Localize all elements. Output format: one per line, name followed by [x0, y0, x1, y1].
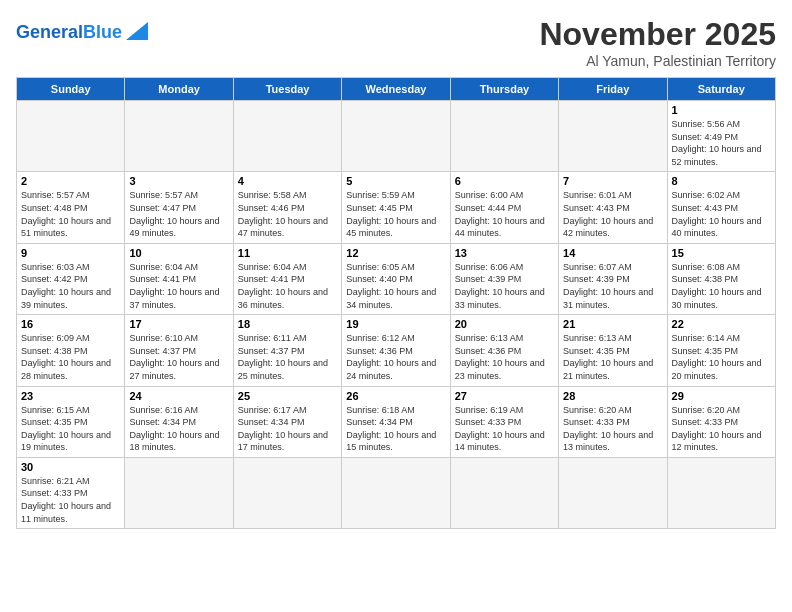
weekday-header-row: SundayMondayTuesdayWednesdayThursdayFrid… — [17, 78, 776, 101]
calendar-cell — [125, 101, 233, 172]
calendar-cell: 2Sunrise: 5:57 AM Sunset: 4:48 PM Daylig… — [17, 172, 125, 243]
weekday-header: Monday — [125, 78, 233, 101]
day-number: 20 — [455, 318, 554, 330]
calendar-cell — [342, 457, 450, 528]
day-info: Sunrise: 6:19 AM Sunset: 4:33 PM Dayligh… — [455, 404, 554, 454]
weekday-header: Sunday — [17, 78, 125, 101]
logo-blue: Blue — [83, 22, 122, 42]
day-number: 16 — [21, 318, 120, 330]
weekday-header: Friday — [559, 78, 667, 101]
day-info: Sunrise: 6:13 AM Sunset: 4:36 PM Dayligh… — [455, 332, 554, 382]
day-info: Sunrise: 6:04 AM Sunset: 4:41 PM Dayligh… — [129, 261, 228, 311]
calendar-cell: 26Sunrise: 6:18 AM Sunset: 4:34 PM Dayli… — [342, 386, 450, 457]
day-info: Sunrise: 6:17 AM Sunset: 4:34 PM Dayligh… — [238, 404, 337, 454]
weekday-header: Thursday — [450, 78, 558, 101]
day-info: Sunrise: 6:09 AM Sunset: 4:38 PM Dayligh… — [21, 332, 120, 382]
calendar-cell: 29Sunrise: 6:20 AM Sunset: 4:33 PM Dayli… — [667, 386, 775, 457]
day-info: Sunrise: 6:13 AM Sunset: 4:35 PM Dayligh… — [563, 332, 662, 382]
day-info: Sunrise: 6:16 AM Sunset: 4:34 PM Dayligh… — [129, 404, 228, 454]
day-number: 3 — [129, 175, 228, 187]
calendar-row: 1Sunrise: 5:56 AM Sunset: 4:49 PM Daylig… — [17, 101, 776, 172]
day-info: Sunrise: 6:18 AM Sunset: 4:34 PM Dayligh… — [346, 404, 445, 454]
calendar-table: SundayMondayTuesdayWednesdayThursdayFrid… — [16, 77, 776, 529]
day-info: Sunrise: 5:59 AM Sunset: 4:45 PM Dayligh… — [346, 189, 445, 239]
calendar-cell — [125, 457, 233, 528]
day-number: 18 — [238, 318, 337, 330]
day-number: 25 — [238, 390, 337, 402]
day-number: 2 — [21, 175, 120, 187]
logo-general: General — [16, 22, 83, 42]
day-number: 23 — [21, 390, 120, 402]
day-number: 6 — [455, 175, 554, 187]
calendar-cell: 8Sunrise: 6:02 AM Sunset: 4:43 PM Daylig… — [667, 172, 775, 243]
day-info: Sunrise: 6:12 AM Sunset: 4:36 PM Dayligh… — [346, 332, 445, 382]
calendar-row: 23Sunrise: 6:15 AM Sunset: 4:35 PM Dayli… — [17, 386, 776, 457]
day-number: 15 — [672, 247, 771, 259]
calendar-cell: 12Sunrise: 6:05 AM Sunset: 4:40 PM Dayli… — [342, 243, 450, 314]
day-number: 10 — [129, 247, 228, 259]
day-info: Sunrise: 5:58 AM Sunset: 4:46 PM Dayligh… — [238, 189, 337, 239]
day-number: 14 — [563, 247, 662, 259]
day-info: Sunrise: 6:06 AM Sunset: 4:39 PM Dayligh… — [455, 261, 554, 311]
day-info: Sunrise: 6:10 AM Sunset: 4:37 PM Dayligh… — [129, 332, 228, 382]
day-info: Sunrise: 6:21 AM Sunset: 4:33 PM Dayligh… — [21, 475, 120, 525]
day-info: Sunrise: 6:08 AM Sunset: 4:38 PM Dayligh… — [672, 261, 771, 311]
location-subtitle: Al Yamun, Palestinian Territory — [539, 53, 776, 69]
day-number: 27 — [455, 390, 554, 402]
calendar-cell — [559, 101, 667, 172]
calendar-cell: 27Sunrise: 6:19 AM Sunset: 4:33 PM Dayli… — [450, 386, 558, 457]
calendar-cell: 19Sunrise: 6:12 AM Sunset: 4:36 PM Dayli… — [342, 315, 450, 386]
calendar-cell: 17Sunrise: 6:10 AM Sunset: 4:37 PM Dayli… — [125, 315, 233, 386]
day-number: 19 — [346, 318, 445, 330]
calendar-row: 2Sunrise: 5:57 AM Sunset: 4:48 PM Daylig… — [17, 172, 776, 243]
day-number: 28 — [563, 390, 662, 402]
logo-text: GeneralBlue — [16, 23, 122, 41]
title-block: November 2025 Al Yamun, Palestinian Terr… — [539, 16, 776, 69]
day-number: 5 — [346, 175, 445, 187]
calendar-cell: 3Sunrise: 5:57 AM Sunset: 4:47 PM Daylig… — [125, 172, 233, 243]
calendar-cell: 5Sunrise: 5:59 AM Sunset: 4:45 PM Daylig… — [342, 172, 450, 243]
calendar-cell: 9Sunrise: 6:03 AM Sunset: 4:42 PM Daylig… — [17, 243, 125, 314]
day-info: Sunrise: 6:07 AM Sunset: 4:39 PM Dayligh… — [563, 261, 662, 311]
day-info: Sunrise: 5:57 AM Sunset: 4:47 PM Dayligh… — [129, 189, 228, 239]
calendar-cell — [559, 457, 667, 528]
day-info: Sunrise: 6:11 AM Sunset: 4:37 PM Dayligh… — [238, 332, 337, 382]
calendar-cell: 20Sunrise: 6:13 AM Sunset: 4:36 PM Dayli… — [450, 315, 558, 386]
calendar-cell: 25Sunrise: 6:17 AM Sunset: 4:34 PM Dayli… — [233, 386, 341, 457]
calendar-cell: 1Sunrise: 5:56 AM Sunset: 4:49 PM Daylig… — [667, 101, 775, 172]
calendar-cell: 22Sunrise: 6:14 AM Sunset: 4:35 PM Dayli… — [667, 315, 775, 386]
day-number: 11 — [238, 247, 337, 259]
day-number: 8 — [672, 175, 771, 187]
day-info: Sunrise: 6:03 AM Sunset: 4:42 PM Dayligh… — [21, 261, 120, 311]
calendar-cell: 24Sunrise: 6:16 AM Sunset: 4:34 PM Dayli… — [125, 386, 233, 457]
calendar-row: 9Sunrise: 6:03 AM Sunset: 4:42 PM Daylig… — [17, 243, 776, 314]
calendar-cell: 7Sunrise: 6:01 AM Sunset: 4:43 PM Daylig… — [559, 172, 667, 243]
calendar-cell — [450, 101, 558, 172]
weekday-header: Saturday — [667, 78, 775, 101]
day-number: 30 — [21, 461, 120, 473]
day-number: 4 — [238, 175, 337, 187]
month-title: November 2025 — [539, 16, 776, 53]
day-number: 24 — [129, 390, 228, 402]
day-number: 9 — [21, 247, 120, 259]
logo: GeneralBlue — [16, 20, 148, 44]
day-number: 1 — [672, 104, 771, 116]
calendar-cell: 11Sunrise: 6:04 AM Sunset: 4:41 PM Dayli… — [233, 243, 341, 314]
day-info: Sunrise: 6:00 AM Sunset: 4:44 PM Dayligh… — [455, 189, 554, 239]
day-number: 26 — [346, 390, 445, 402]
calendar-cell — [450, 457, 558, 528]
calendar-row: 30Sunrise: 6:21 AM Sunset: 4:33 PM Dayli… — [17, 457, 776, 528]
day-number: 12 — [346, 247, 445, 259]
day-info: Sunrise: 5:57 AM Sunset: 4:48 PM Dayligh… — [21, 189, 120, 239]
calendar-cell — [233, 457, 341, 528]
calendar-cell: 16Sunrise: 6:09 AM Sunset: 4:38 PM Dayli… — [17, 315, 125, 386]
calendar-cell: 21Sunrise: 6:13 AM Sunset: 4:35 PM Dayli… — [559, 315, 667, 386]
day-number: 21 — [563, 318, 662, 330]
day-number: 13 — [455, 247, 554, 259]
day-info: Sunrise: 6:14 AM Sunset: 4:35 PM Dayligh… — [672, 332, 771, 382]
calendar-cell: 23Sunrise: 6:15 AM Sunset: 4:35 PM Dayli… — [17, 386, 125, 457]
calendar-cell: 13Sunrise: 6:06 AM Sunset: 4:39 PM Dayli… — [450, 243, 558, 314]
weekday-header: Tuesday — [233, 78, 341, 101]
calendar-cell: 10Sunrise: 6:04 AM Sunset: 4:41 PM Dayli… — [125, 243, 233, 314]
day-info: Sunrise: 6:01 AM Sunset: 4:43 PM Dayligh… — [563, 189, 662, 239]
